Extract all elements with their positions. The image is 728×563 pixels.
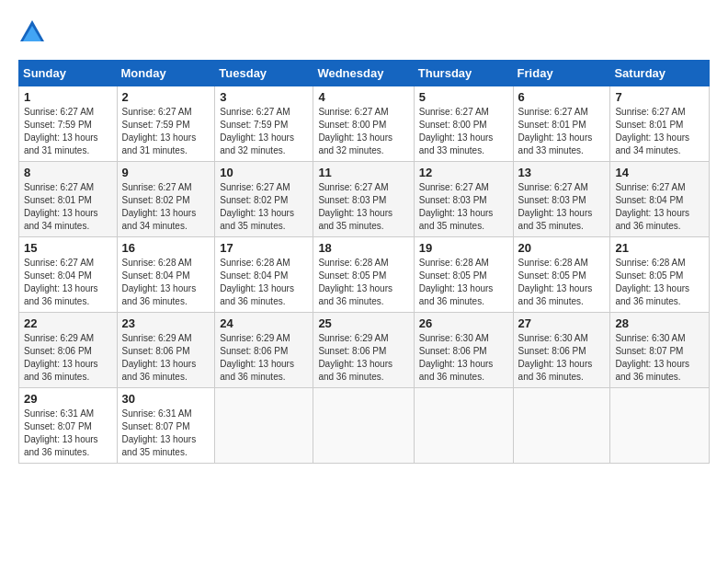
day-info: Sunrise: 6:29 AMSunset: 8:06 PMDaylight:… — [318, 333, 392, 382]
calendar-day-11: 11 Sunrise: 6:27 AMSunset: 8:03 PMDaylig… — [313, 162, 414, 237]
calendar-day-26: 26 Sunrise: 6:30 AMSunset: 8:06 PMDaylig… — [414, 313, 513, 388]
day-info: Sunrise: 6:28 AMSunset: 8:05 PMDaylight:… — [615, 258, 689, 306]
day-number: 30 — [122, 392, 210, 406]
empty-cell — [513, 388, 610, 464]
calendar-week-3: 15 Sunrise: 6:27 AMSunset: 8:04 PMDaylig… — [19, 237, 710, 313]
calendar-day-18: 18 Sunrise: 6:28 AMSunset: 8:05 PMDaylig… — [313, 237, 414, 313]
day-info: Sunrise: 6:27 AMSunset: 7:59 PMDaylight:… — [122, 107, 197, 155]
day-info: Sunrise: 6:27 AMSunset: 8:01 PMDaylight:… — [615, 107, 689, 155]
day-number: 27 — [518, 316, 606, 330]
calendar-day-28: 28 Sunrise: 6:30 AMSunset: 8:07 PMDaylig… — [610, 313, 710, 388]
calendar-day-10: 10 Sunrise: 6:27 AMSunset: 8:02 PMDaylig… — [215, 162, 313, 237]
calendar-day-4: 4 Sunrise: 6:27 AMSunset: 8:00 PMDayligh… — [313, 86, 414, 162]
logo — [18, 18, 51, 46]
calendar-header-row: SundayMondayTuesdayWednesdayThursdayFrid… — [19, 61, 710, 86]
day-info: Sunrise: 6:28 AMSunset: 8:05 PMDaylight:… — [518, 258, 593, 306]
empty-cell — [215, 388, 313, 464]
day-number: 26 — [419, 316, 508, 330]
calendar-day-2: 2 Sunrise: 6:27 AMSunset: 7:59 PMDayligh… — [117, 86, 215, 162]
day-info: Sunrise: 6:27 AMSunset: 8:03 PMDaylight:… — [419, 182, 494, 231]
calendar-day-7: 7 Sunrise: 6:27 AMSunset: 8:01 PMDayligh… — [610, 86, 710, 162]
day-info: Sunrise: 6:30 AMSunset: 8:06 PMDaylight:… — [419, 333, 494, 382]
day-number: 4 — [318, 90, 408, 104]
day-number: 9 — [122, 166, 210, 179]
day-number: 17 — [220, 241, 308, 255]
calendar-day-3: 3 Sunrise: 6:27 AMSunset: 7:59 PMDayligh… — [215, 86, 313, 162]
calendar-day-6: 6 Sunrise: 6:27 AMSunset: 8:01 PMDayligh… — [513, 86, 610, 162]
day-info: Sunrise: 6:27 AMSunset: 8:04 PMDaylight:… — [615, 182, 689, 231]
day-number: 8 — [24, 166, 112, 179]
day-info: Sunrise: 6:31 AMSunset: 8:07 PMDaylight:… — [24, 408, 98, 457]
calendar-day-16: 16 Sunrise: 6:28 AMSunset: 8:04 PMDaylig… — [117, 237, 215, 313]
calendar-day-15: 15 Sunrise: 6:27 AMSunset: 8:04 PMDaylig… — [19, 237, 118, 313]
day-number: 10 — [220, 166, 308, 179]
day-number: 25 — [318, 316, 408, 330]
day-number: 12 — [419, 166, 508, 179]
empty-cell — [313, 388, 414, 464]
calendar-day-5: 5 Sunrise: 6:27 AMSunset: 8:00 PMDayligh… — [414, 86, 513, 162]
day-header-sunday: Sunday — [19, 61, 118, 86]
day-number: 28 — [615, 316, 704, 330]
day-number: 15 — [24, 241, 112, 255]
day-info: Sunrise: 6:29 AMSunset: 8:06 PMDaylight:… — [24, 333, 98, 382]
day-number: 1 — [24, 90, 112, 104]
calendar-week-2: 8 Sunrise: 6:27 AMSunset: 8:01 PMDayligh… — [19, 162, 710, 237]
day-number: 19 — [419, 241, 508, 255]
page-header — [18, 18, 710, 46]
calendar-day-23: 23 Sunrise: 6:29 AMSunset: 8:06 PMDaylig… — [117, 313, 215, 388]
day-number: 5 — [419, 90, 508, 104]
day-info: Sunrise: 6:29 AMSunset: 8:06 PMDaylight:… — [220, 333, 294, 382]
day-info: Sunrise: 6:27 AMSunset: 8:01 PMDaylight:… — [518, 107, 593, 155]
day-header-thursday: Thursday — [414, 61, 513, 86]
day-info: Sunrise: 6:27 AMSunset: 8:01 PMDaylight:… — [24, 182, 98, 231]
day-number: 7 — [615, 90, 704, 104]
day-info: Sunrise: 6:27 AMSunset: 7:59 PMDaylight:… — [24, 107, 98, 155]
calendar-day-9: 9 Sunrise: 6:27 AMSunset: 8:02 PMDayligh… — [117, 162, 215, 237]
day-number: 20 — [518, 241, 606, 255]
day-number: 2 — [122, 90, 210, 104]
day-info: Sunrise: 6:27 AMSunset: 8:00 PMDaylight:… — [419, 107, 494, 155]
day-number: 21 — [615, 241, 704, 255]
calendar-day-19: 19 Sunrise: 6:28 AMSunset: 8:05 PMDaylig… — [414, 237, 513, 313]
calendar-week-1: 1 Sunrise: 6:27 AMSunset: 7:59 PMDayligh… — [19, 86, 710, 162]
calendar-day-27: 27 Sunrise: 6:30 AMSunset: 8:06 PMDaylig… — [513, 313, 610, 388]
calendar-day-22: 22 Sunrise: 6:29 AMSunset: 8:06 PMDaylig… — [19, 313, 118, 388]
day-info: Sunrise: 6:29 AMSunset: 8:06 PMDaylight:… — [122, 333, 197, 382]
calendar-day-29: 29 Sunrise: 6:31 AMSunset: 8:07 PMDaylig… — [19, 388, 118, 464]
day-info: Sunrise: 6:28 AMSunset: 8:04 PMDaylight:… — [122, 258, 197, 306]
calendar-day-17: 17 Sunrise: 6:28 AMSunset: 8:04 PMDaylig… — [215, 237, 313, 313]
calendar-day-14: 14 Sunrise: 6:27 AMSunset: 8:04 PMDaylig… — [610, 162, 710, 237]
day-info: Sunrise: 6:28 AMSunset: 8:05 PMDaylight:… — [318, 258, 392, 306]
calendar-week-4: 22 Sunrise: 6:29 AMSunset: 8:06 PMDaylig… — [19, 313, 710, 388]
empty-cell — [414, 388, 513, 464]
day-number: 29 — [24, 392, 112, 406]
calendar-day-8: 8 Sunrise: 6:27 AMSunset: 8:01 PMDayligh… — [19, 162, 118, 237]
calendar-body: 1 Sunrise: 6:27 AMSunset: 7:59 PMDayligh… — [19, 86, 710, 464]
calendar-day-1: 1 Sunrise: 6:27 AMSunset: 7:59 PMDayligh… — [19, 86, 118, 162]
day-info: Sunrise: 6:27 AMSunset: 7:59 PMDaylight:… — [220, 107, 294, 155]
day-info: Sunrise: 6:27 AMSunset: 8:00 PMDaylight:… — [318, 107, 392, 155]
day-info: Sunrise: 6:27 AMSunset: 8:02 PMDaylight:… — [122, 182, 197, 231]
day-info: Sunrise: 6:31 AMSunset: 8:07 PMDaylight:… — [122, 408, 197, 457]
calendar-day-25: 25 Sunrise: 6:29 AMSunset: 8:06 PMDaylig… — [313, 313, 414, 388]
day-info: Sunrise: 6:30 AMSunset: 8:06 PMDaylight:… — [518, 333, 593, 382]
calendar-day-12: 12 Sunrise: 6:27 AMSunset: 8:03 PMDaylig… — [414, 162, 513, 237]
empty-cell — [610, 388, 710, 464]
day-number: 6 — [518, 90, 606, 104]
day-info: Sunrise: 6:30 AMSunset: 8:07 PMDaylight:… — [615, 333, 689, 382]
day-number: 11 — [318, 166, 408, 179]
day-header-tuesday: Tuesday — [215, 61, 313, 86]
day-number: 14 — [615, 166, 704, 179]
day-info: Sunrise: 6:27 AMSunset: 8:03 PMDaylight:… — [518, 182, 593, 231]
day-info: Sunrise: 6:27 AMSunset: 8:04 PMDaylight:… — [24, 258, 98, 306]
day-info: Sunrise: 6:27 AMSunset: 8:02 PMDaylight:… — [220, 182, 294, 231]
calendar-day-21: 21 Sunrise: 6:28 AMSunset: 8:05 PMDaylig… — [610, 237, 710, 313]
day-number: 13 — [518, 166, 606, 179]
day-info: Sunrise: 6:28 AMSunset: 8:04 PMDaylight:… — [220, 258, 294, 306]
calendar-day-20: 20 Sunrise: 6:28 AMSunset: 8:05 PMDaylig… — [513, 237, 610, 313]
calendar-day-13: 13 Sunrise: 6:27 AMSunset: 8:03 PMDaylig… — [513, 162, 610, 237]
day-number: 18 — [318, 241, 408, 255]
day-number: 23 — [122, 316, 210, 330]
calendar-day-30: 30 Sunrise: 6:31 AMSunset: 8:07 PMDaylig… — [117, 388, 215, 464]
day-header-wednesday: Wednesday — [313, 61, 414, 86]
